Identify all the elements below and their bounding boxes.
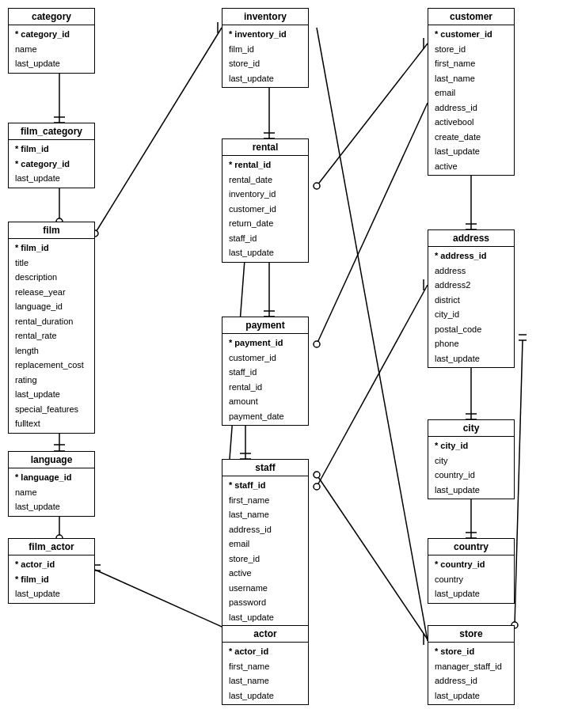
field-film_category-0: * film_id [13, 142, 90, 157]
field-actor-3: last_update [226, 688, 304, 703]
entity-address: address* address_idaddressaddress2distri… [428, 229, 515, 368]
entity-film: film* film_idtitledescriptionrelease_yea… [8, 222, 95, 434]
field-film-10: last_update [13, 387, 90, 402]
field-country-1: country [432, 572, 510, 587]
field-payment-4: amount [226, 394, 304, 409]
entity-header-customer: customer [428, 9, 514, 25]
field-customer-1: store_id [432, 42, 510, 57]
field-film-8: replacement_cost [13, 358, 90, 373]
svg-point-58 [314, 472, 320, 478]
entity-header-rental: rental [222, 139, 308, 156]
entity-header-film_actor: film_actor [9, 539, 94, 555]
entity-payment: payment* payment_idcustomer_idstaff_idre… [222, 317, 309, 426]
entity-header-film_category: film_category [9, 123, 94, 140]
field-customer-3: last_name [432, 71, 510, 86]
field-language-1: name [13, 485, 90, 500]
entity-body-city: * city_idcitycountry_idlast_update [428, 437, 514, 499]
entity-store: store* store_idmanager_staff_idaddress_i… [428, 625, 515, 705]
entity-header-language: language [9, 452, 94, 468]
field-staff-5: store_id [226, 552, 304, 567]
field-rental-5: staff_id [226, 231, 304, 246]
field-film_actor-1: * film_id [13, 572, 90, 587]
field-film_actor-2: last_update [13, 586, 90, 601]
svg-line-39 [317, 103, 428, 344]
entity-body-rental: * rental_idrental_dateinventory_idcustom… [222, 156, 308, 262]
field-payment-0: * payment_id [226, 336, 304, 351]
entity-header-country: country [428, 539, 514, 555]
entity-header-city: city [428, 420, 514, 437]
field-film-4: language_id [13, 299, 90, 314]
field-staff-6: active [226, 566, 304, 581]
entity-rental: rental* rental_idrental_dateinventory_id… [222, 138, 309, 263]
field-actor-0: * actor_id [226, 644, 304, 659]
field-category-1: name [13, 42, 90, 57]
field-staff-7: username [226, 581, 304, 596]
svg-point-36 [314, 183, 320, 189]
field-customer-8: last_update [432, 144, 510, 159]
field-staff-8: password [226, 595, 304, 610]
entity-body-category: * category_idnamelast_update [9, 25, 94, 73]
field-customer-9: active [432, 159, 510, 174]
svg-point-56 [314, 483, 320, 490]
field-city-3: last_update [432, 483, 510, 498]
entity-actor: actor* actor_idfirst_namelast_namelast_u… [222, 625, 309, 705]
field-film-6: rental_rate [13, 328, 90, 343]
field-store-0: * store_id [432, 644, 510, 659]
field-address-6: phone [432, 336, 510, 351]
svg-line-69 [317, 28, 428, 641]
field-staff-2: last_name [226, 507, 304, 522]
field-customer-4: email [432, 85, 510, 100]
field-city-0: * city_id [432, 438, 510, 453]
entity-body-language: * language_idnamelast_update [9, 468, 94, 516]
field-category-2: last_update [13, 56, 90, 71]
field-rental-4: return_date [226, 216, 304, 231]
field-staff-0: * staff_id [226, 478, 304, 493]
entity-body-store: * store_idmanager_staff_idaddress_idlast… [428, 643, 514, 704]
field-address-4: city_id [432, 307, 510, 322]
field-rental-1: rental_date [226, 173, 304, 188]
field-inventory-1: film_id [226, 42, 304, 57]
svg-line-57 [317, 475, 428, 639]
svg-line-53 [317, 285, 428, 487]
entity-staff: staff* staff_idfirst_namelast_nameaddres… [222, 459, 309, 642]
entity-country: country* country_idcountrylast_update [428, 538, 515, 604]
field-customer-5: address_id [432, 100, 510, 116]
field-address-3: district [432, 293, 510, 308]
entity-customer: customer* customer_idstore_idfirst_namel… [428, 8, 515, 176]
field-film_category-1: * category_id [13, 157, 90, 172]
field-film-12: fulltext [13, 416, 90, 431]
field-staff-9: last_update [226, 610, 304, 625]
field-film-11: special_features [13, 402, 90, 417]
entity-body-actor: * actor_idfirst_namelast_namelast_update [222, 643, 308, 704]
field-film-3: release_year [13, 285, 90, 300]
entity-header-inventory: inventory [222, 9, 308, 25]
entity-header-store: store [428, 626, 514, 643]
field-payment-5: payment_date [226, 409, 304, 424]
svg-line-35 [317, 44, 428, 186]
entity-film_actor: film_actor* actor_id* film_idlast_update [8, 538, 95, 604]
svg-point-40 [314, 341, 320, 347]
field-city-1: city [432, 453, 510, 468]
field-language-2: last_update [13, 499, 90, 514]
entity-film_category: film_category* film_id* category_idlast_… [8, 123, 95, 188]
field-inventory-3: last_update [226, 71, 304, 86]
entity-body-inventory: * inventory_idfilm_idstore_idlast_update [222, 25, 308, 87]
field-country-0: * country_id [432, 557, 510, 572]
field-address-1: address [432, 264, 510, 279]
entity-header-payment: payment [222, 317, 308, 334]
field-address-5: postal_code [432, 322, 510, 337]
entity-city: city* city_idcitycountry_idlast_update [428, 419, 515, 499]
entity-header-staff: staff [222, 460, 308, 476]
field-film-9: rating [13, 373, 90, 388]
entity-header-film: film [9, 222, 94, 239]
erd-diagram: category* category_idnamelast_updatefilm… [0, 0, 578, 728]
field-address-0: * address_id [432, 248, 510, 264]
entity-body-payment: * payment_idcustomer_idstaff_idrental_id… [222, 334, 308, 425]
field-address-2: address2 [432, 278, 510, 293]
field-store-1: manager_staff_id [432, 659, 510, 674]
field-country-2: last_update [432, 586, 510, 601]
field-rental-0: * rental_id [226, 157, 304, 173]
field-customer-6: activebool [432, 115, 510, 130]
field-inventory-2: store_id [226, 56, 304, 71]
field-customer-0: * customer_id [432, 27, 510, 42]
